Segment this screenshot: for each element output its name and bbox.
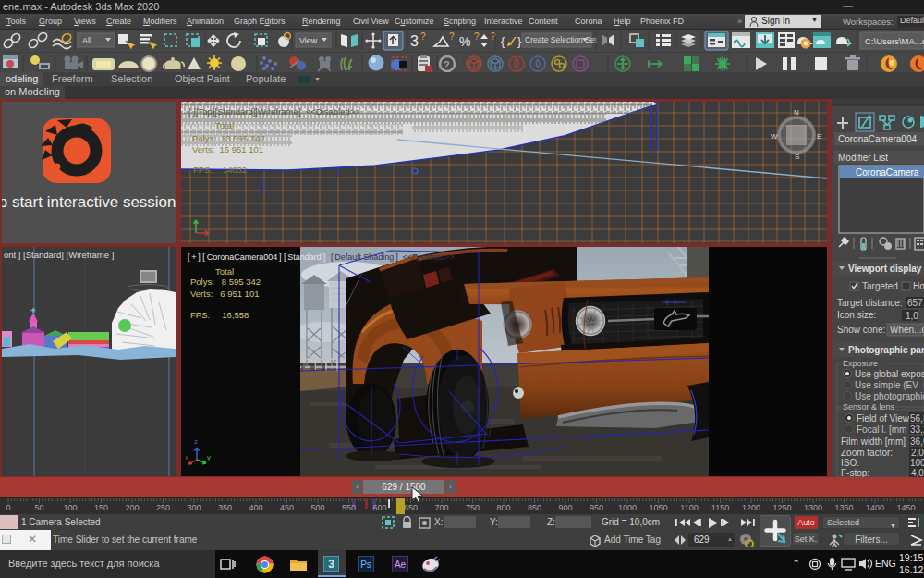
svg-text:850: 850 <box>528 503 541 512</box>
svg-text:1100: 1100 <box>680 503 698 512</box>
svg-text:200: 200 <box>125 503 139 512</box>
svg-text:36,0: 36,0 <box>910 437 924 447</box>
svg-text:}: } <box>517 34 522 48</box>
svg-text:1400: 1400 <box>866 503 884 512</box>
svg-text:Use global exposur: Use global exposur <box>855 369 924 379</box>
svg-text:350: 350 <box>218 503 232 512</box>
svg-text:550: 550 <box>342 503 356 512</box>
svg-text:Viewport display: Viewport display <box>848 264 922 274</box>
svg-text:S: S <box>795 153 799 161</box>
svg-text:1000: 1000 <box>618 503 637 512</box>
svg-text:800: 800 <box>496 503 510 512</box>
svg-text:?: ? <box>444 59 450 70</box>
svg-text:?: ? <box>420 31 426 42</box>
svg-text:[ + ] [ CoronaCamera004 ] [ St: [ + ] [ CoronaCamera004 ] [ Standard ] <box>188 252 325 262</box>
svg-text:{: { <box>501 34 505 48</box>
svg-text:%: % <box>459 34 470 49</box>
svg-text:Verts: 6 951 101: Verts: 6 951 101 <box>190 289 259 299</box>
svg-text:1300: 1300 <box>804 503 822 512</box>
svg-text:Field of View: Field of View <box>857 413 910 424</box>
svg-text:Zoom factor:: Zoom factor: <box>841 448 893 458</box>
svg-text:1050: 1050 <box>649 503 667 512</box>
svg-text:56,8: 56,8 <box>910 413 924 424</box>
svg-text:400: 400 <box>249 503 262 512</box>
svg-text:FPS: 16,558: FPS: 16,558 <box>190 310 249 320</box>
svg-text:Total: Total <box>215 120 234 130</box>
svg-text:E: E <box>817 132 821 141</box>
svg-text:Target distance:: Target distance: <box>837 298 903 308</box>
svg-text:Polys: 13 595 342: Polys: 13 595 342 <box>192 133 265 143</box>
svg-text:FPS: 14032: FPS: 14032 <box>193 165 247 175</box>
svg-text:50: 50 <box>34 503 43 512</box>
svg-text:Photographic paramete: Photographic paramete <box>848 345 924 355</box>
svg-text:Film width [mm]: Film width [mm] <box>841 437 906 447</box>
svg-text:Horiz: Horiz <box>913 281 924 291</box>
svg-text:250: 250 <box>156 503 170 512</box>
svg-text:CoronaCamera: CoronaCamera <box>856 167 919 178</box>
svg-text:C:\Users\MA...ds M: C:\Users\MA...ds M <box>865 36 924 46</box>
svg-text:700: 700 <box>434 503 448 512</box>
svg-text:1350: 1350 <box>834 503 853 512</box>
svg-text:Icon size:: Icon size: <box>837 310 876 320</box>
svg-text:33,2: 33,2 <box>910 424 924 435</box>
svg-text:500: 500 <box>310 503 324 512</box>
svg-text:CoronaCamera004: CoronaCamera004 <box>838 134 917 144</box>
svg-text:1200: 1200 <box>742 503 760 512</box>
svg-text:Targeted: Targeted <box>862 281 898 291</box>
svg-text:950: 950 <box>590 503 603 512</box>
svg-text:to start interactive session: to start interactive session <box>2 193 176 211</box>
svg-text:Use simple (EV 0,0: Use simple (EV 0,0 <box>855 380 924 390</box>
svg-text:1250: 1250 <box>772 503 791 512</box>
svg-text:Total: Total <box>215 266 234 277</box>
svg-text:Polys: 8 595 342: Polys: 8 595 342 <box>190 277 261 287</box>
svg-text:2,0: 2,0 <box>911 448 924 458</box>
svg-text:Sensor & lens: Sensor & lens <box>843 402 895 412</box>
svg-text:Verts: 16 951 101: Verts: 16 951 101 <box>192 144 263 154</box>
svg-text:x: x <box>185 453 188 461</box>
svg-text:100: 100 <box>63 503 77 512</box>
svg-text:450: 450 <box>280 503 294 512</box>
svg-text:W: W <box>771 132 778 141</box>
svg-text:Create Selection Set: Create Selection Set <box>525 35 598 44</box>
svg-text:ISO:: ISO: <box>841 458 859 468</box>
svg-text:0: 0 <box>6 503 10 512</box>
svg-text:?: ? <box>474 31 480 42</box>
svg-text:Modifier List: Modifier List <box>838 153 888 163</box>
svg-text:[ Default Shading ] <<Disable: [ Default Shading ] <<Disabled>> <box>331 252 455 262</box>
svg-text:All: All <box>82 36 91 45</box>
svg-text:3: 3 <box>410 33 419 49</box>
svg-text:Focal l. [mm: Focal l. [mm <box>857 424 906 435</box>
svg-text:750: 750 <box>466 503 480 512</box>
svg-text:4,0: 4,0 <box>911 468 924 477</box>
svg-text:600: 600 <box>372 503 386 512</box>
svg-text:N: N <box>794 108 799 117</box>
svg-text:300: 300 <box>187 503 201 512</box>
svg-text:View: View <box>299 36 318 45</box>
svg-text:When...ct: When...ct <box>890 325 924 335</box>
svg-text:[ ][Top][Standard][Wireframe]: [ ][Top][Standard][Wireframe] <<Disabled… <box>188 106 360 117</box>
svg-text:1450: 1450 <box>896 503 915 512</box>
svg-text:Show cone:: Show cone: <box>837 325 885 335</box>
svg-text:100: 100 <box>910 458 924 468</box>
svg-text:150: 150 <box>94 503 108 512</box>
svg-text:ont ] [Standard] [Wireframe ]: ont ] [Standard] [Wireframe ] <box>4 250 114 260</box>
svg-text:900: 900 <box>558 503 572 512</box>
svg-text:y: y <box>207 453 211 461</box>
svg-text:z: z <box>194 437 198 446</box>
svg-text:Exposure: Exposure <box>843 359 878 368</box>
svg-text:?: ? <box>449 31 455 42</box>
svg-text:1,0: 1,0 <box>906 311 918 321</box>
svg-text:F-stop:: F-stop: <box>841 468 869 477</box>
svg-text:657,9: 657,9 <box>907 298 924 308</box>
svg-text:Use photographic (: Use photographic ( <box>855 391 924 401</box>
svg-text:1150: 1150 <box>711 503 729 512</box>
